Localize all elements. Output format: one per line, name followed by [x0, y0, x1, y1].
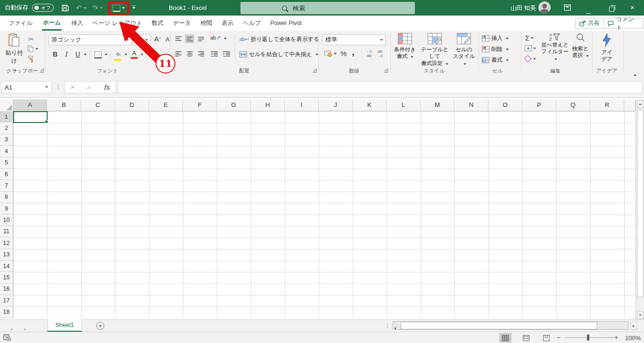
tab-3[interactable]: ページ レイアウト — [88, 16, 147, 31]
fill-dropdown-icon[interactable] — [533, 48, 536, 49]
column-header-F[interactable]: F — [183, 99, 217, 111]
column-header-I[interactable]: I — [285, 99, 319, 111]
align-center-button[interactable] — [185, 49, 194, 58]
align-top-button[interactable] — [173, 34, 183, 43]
avatar[interactable] — [538, 1, 551, 14]
alignment-dialog-launcher[interactable] — [313, 68, 317, 73]
row-header-18[interactable]: 18 — [0, 306, 13, 318]
restore-button[interactable] — [609, 5, 614, 14]
font-name-dropdown-icon[interactable] — [126, 39, 129, 41]
font-name-combo[interactable]: 游ゴシック — [49, 34, 132, 45]
formula-input[interactable] — [118, 81, 642, 93]
formula-bar-splitter[interactable]: ⋮ — [56, 83, 61, 90]
row-header-6[interactable]: 6 — [0, 169, 13, 180]
align-left-button[interactable] — [173, 49, 183, 58]
font-size-combo[interactable]: 11 — [133, 34, 151, 45]
row-header-8[interactable]: 8 — [0, 192, 13, 203]
spreadsheet-cells[interactable] — [13, 111, 636, 318]
paste-button[interactable]: 貼り付け — [3, 33, 25, 66]
active-cell-A1[interactable] — [13, 111, 48, 123]
align-right-button[interactable] — [196, 49, 206, 58]
underline-dropdown-icon[interactable] — [84, 54, 87, 56]
format-dropdown-icon[interactable] — [506, 59, 509, 61]
comma-style-button[interactable]: , — [352, 47, 355, 57]
tab-7[interactable]: 表示 — [217, 16, 238, 31]
row-header-7[interactable]: 7 — [0, 180, 13, 191]
horizontal-scrollbar[interactable] — [393, 321, 628, 330]
column-header-R[interactable]: R — [590, 99, 624, 111]
scroll-up-button[interactable] — [637, 100, 644, 108]
clipboard-dialog-launcher[interactable] — [40, 68, 44, 73]
column-header-K[interactable]: K — [353, 99, 387, 111]
fill-color-button[interactable] — [114, 50, 121, 61]
row-header-10[interactable]: 10 — [0, 214, 13, 226]
italic-button[interactable]: I — [65, 50, 67, 58]
row-header-15[interactable]: 15 — [0, 272, 13, 283]
search-input[interactable] — [292, 4, 388, 12]
column-header-J[interactable]: J — [319, 99, 353, 111]
font-color-button[interactable]: A — [131, 49, 138, 59]
row-header-12[interactable]: 12 — [0, 237, 13, 249]
clear-dropdown-icon[interactable] — [533, 58, 536, 60]
column-header-A[interactable]: A — [13, 99, 47, 111]
number-format-dropdown-icon[interactable] — [380, 39, 383, 41]
row-header-2[interactable]: 2 — [0, 122, 13, 134]
insert-function-button[interactable]: fx — [104, 83, 110, 91]
cancel-button[interactable]: × — [71, 83, 74, 91]
column-header-O[interactable]: O — [488, 99, 522, 111]
row-header-3[interactable]: 3 — [0, 134, 13, 146]
zoom-slider-track[interactable] — [565, 337, 614, 338]
sort-filter-button[interactable]: AZ 並べ替えとフィルター — [540, 33, 570, 62]
name-box-dropdown-icon[interactable] — [45, 86, 48, 88]
undo-button[interactable]: ↶ — [76, 4, 82, 12]
column-header-Q[interactable]: Q — [556, 99, 590, 111]
tab-4[interactable]: 数式 — [147, 16, 168, 31]
scroll-left-button[interactable] — [394, 323, 396, 332]
tab-5[interactable]: データ — [168, 16, 196, 31]
borders-button[interactable] — [94, 51, 102, 58]
column-header-N[interactable]: N — [454, 99, 488, 111]
align-bottom-button[interactable] — [196, 34, 206, 43]
fill-handle[interactable] — [45, 120, 48, 123]
row-header-13[interactable]: 13 — [0, 249, 13, 261]
autosum-button[interactable]: Σ — [525, 34, 534, 42]
insert-cells-button[interactable]: 挿入 — [482, 34, 509, 42]
tab-6[interactable]: 校閲 — [196, 16, 217, 31]
underline-button[interactable]: U — [75, 50, 80, 58]
tab-8[interactable]: ヘルプ — [238, 16, 265, 31]
column-header-D[interactable]: D — [115, 99, 149, 111]
tab-2[interactable]: 挿入 — [66, 16, 88, 31]
sort-filter-dropdown-icon[interactable] — [554, 58, 557, 60]
column-header-L[interactable]: L — [387, 99, 421, 111]
insert-dropdown-icon[interactable] — [506, 38, 509, 40]
ideas-button[interactable]: アイデア — [596, 33, 618, 63]
minimize-button[interactable] — [586, 7, 591, 16]
row-header-11[interactable]: 11 — [0, 226, 13, 237]
zoom-out-button[interactable]: − — [557, 334, 561, 341]
sheet-tab-sheet1[interactable]: Sheet1 — [47, 319, 82, 332]
number-format-combo[interactable]: 標準 — [322, 34, 386, 45]
percent-style-button[interactable]: % — [340, 49, 347, 57]
name-box[interactable]: A1 — [1, 81, 52, 93]
accessibility-status-icon[interactable] — [3, 334, 11, 343]
phonetic-button[interactable]: ア — [150, 51, 156, 59]
clear-button[interactable] — [525, 56, 536, 61]
delete-dropdown-icon[interactable] — [506, 49, 509, 50]
redo-dropdown-icon[interactable] — [100, 7, 103, 9]
autosum-dropdown-icon[interactable] — [531, 37, 534, 39]
horizontal-scroll-thumb[interactable] — [401, 322, 597, 329]
save-button[interactable] — [61, 4, 69, 12]
column-header-partial[interactable] — [624, 99, 636, 111]
orientation-button[interactable]: ab↗ — [210, 34, 221, 41]
share-button[interactable]: 共有 — [575, 18, 604, 29]
row-header-9[interactable]: 9 — [0, 203, 13, 214]
normal-view-button[interactable] — [499, 333, 512, 343]
font-size-dropdown-icon[interactable] — [145, 39, 148, 41]
bold-button[interactable]: B — [53, 50, 58, 58]
merge-center-button[interactable]: セルを結合して中央揃え — [239, 50, 318, 58]
cell-styles-dropdown-icon[interactable] — [463, 63, 466, 65]
delete-cells-button[interactable]: 削除 — [482, 45, 509, 53]
increase-indent-button[interactable] — [222, 49, 231, 58]
new-sheet-button[interactable]: + — [96, 322, 104, 330]
borders-dropdown-icon[interactable] — [105, 54, 107, 56]
